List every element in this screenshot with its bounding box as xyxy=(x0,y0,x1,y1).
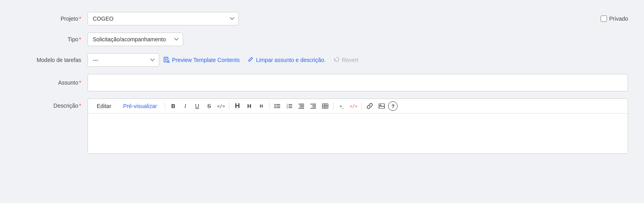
indent-left-button[interactable] xyxy=(296,101,307,112)
terminal-button[interactable]: >_ xyxy=(336,101,347,112)
descricao-label: Descrição* xyxy=(16,99,88,109)
table-button[interactable] xyxy=(320,101,331,112)
template-actions: Preview Template Contents Limpar assunto… xyxy=(163,56,359,64)
toolbar-separator-5 xyxy=(361,102,362,110)
assunto-input[interactable] xyxy=(88,74,628,91)
tipo-select[interactable]: Solicitação/acompanhamento xyxy=(88,33,183,46)
toolbar-separator-4 xyxy=(333,102,334,110)
toolbar-separator-3 xyxy=(269,102,269,110)
svg-rect-31 xyxy=(379,104,384,108)
help-button[interactable]: ? xyxy=(388,101,398,111)
h1-button[interactable]: H xyxy=(232,101,243,112)
privado-wrapper: Privado xyxy=(601,15,628,22)
h2-button[interactable]: H xyxy=(244,101,255,112)
tipo-label: Tipo* xyxy=(16,36,88,43)
privado-checkbox[interactable] xyxy=(601,15,607,22)
indent-right-button[interactable] xyxy=(308,101,319,112)
editor-content[interactable] xyxy=(88,114,628,153)
limpar-button[interactable]: Limpar assunto e descrição. xyxy=(248,56,326,64)
descricao-label-text: Descrição xyxy=(53,102,78,109)
underline-button[interactable]: U xyxy=(191,101,203,112)
bold-button[interactable]: B xyxy=(168,101,179,112)
editor-toolbar: Editar Pré-visualizar B I U S </> xyxy=(88,99,628,114)
tipo-control-wrapper: Solicitação/acompanhamento xyxy=(88,33,628,46)
tipo-label-text: Tipo xyxy=(68,36,78,43)
preview-template-button[interactable]: Preview Template Contents xyxy=(163,56,240,64)
assunto-label: Assunto* xyxy=(16,79,88,86)
toolbar-separator-2 xyxy=(229,102,229,110)
link-button[interactable] xyxy=(364,101,375,112)
descricao-editor: Editar Pré-visualizar B I U S </> xyxy=(88,99,628,154)
descricao-control-wrapper: Editar Pré-visualizar B I U S </> xyxy=(88,99,628,154)
assunto-label-text: Assunto xyxy=(58,79,78,86)
ordered-list-button[interactable]: 1. 2. 3. xyxy=(284,101,295,112)
svg-point-6 xyxy=(275,104,276,105)
descricao-row: Descrição* Editar Pré-visualizar B I U xyxy=(16,99,628,154)
tipo-required: * xyxy=(79,36,81,43)
italic-button[interactable]: I xyxy=(180,101,191,112)
code-inline-button[interactable]: </> xyxy=(215,101,226,112)
toolbar-separator-1 xyxy=(165,102,165,110)
limpar-label: Limpar assunto e descrição. xyxy=(256,57,326,63)
form-container: Projeto* COGEO Privado Tipo* Solicitação… xyxy=(16,12,628,154)
svg-point-10 xyxy=(275,107,276,108)
preview-icon xyxy=(163,56,170,64)
svg-rect-26 xyxy=(322,104,328,108)
h3-button[interactable]: H xyxy=(256,101,267,112)
descricao-required: * xyxy=(79,102,81,109)
revert-button[interactable]: Revert xyxy=(334,56,358,64)
tipo-row: Tipo* Solicitação/acompanhamento xyxy=(16,33,628,46)
revert-icon xyxy=(334,56,340,64)
projeto-row: Projeto* COGEO Privado xyxy=(16,12,628,25)
revert-label: Revert xyxy=(342,57,358,63)
modelo-select[interactable]: --- xyxy=(88,53,159,67)
privado-label: Privado xyxy=(609,15,628,22)
code-block-button[interactable]: </> xyxy=(348,101,359,112)
edit-icon xyxy=(248,56,254,64)
svg-text:3.: 3. xyxy=(287,106,288,109)
projeto-label-text: Projeto xyxy=(60,15,78,22)
modelo-label: Modelo de tarefas xyxy=(16,57,88,63)
strikethrough-button[interactable]: S xyxy=(203,101,215,112)
unordered-list-button[interactable] xyxy=(272,101,283,112)
modelo-row: Modelo de tarefas --- xyxy=(16,53,628,67)
assunto-control-wrapper xyxy=(88,74,628,91)
projeto-select[interactable]: COGEO xyxy=(88,12,239,25)
projeto-control-wrapper: COGEO xyxy=(88,12,601,25)
tab-edit[interactable]: Editar xyxy=(91,101,117,112)
projeto-required: * xyxy=(79,15,81,22)
projeto-label: Projeto* xyxy=(16,15,88,22)
svg-point-8 xyxy=(275,106,276,107)
svg-line-5 xyxy=(169,62,170,63)
preview-template-label: Preview Template Contents xyxy=(172,57,240,63)
assunto-row: Assunto* xyxy=(16,74,628,91)
modelo-control-wrapper: --- Preview Templat xyxy=(88,53,628,67)
image-button[interactable] xyxy=(376,101,387,112)
assunto-required: * xyxy=(79,79,81,86)
modelo-label-text: Modelo de tarefas xyxy=(37,57,81,63)
tab-preview[interactable]: Pré-visualizar xyxy=(118,101,163,112)
